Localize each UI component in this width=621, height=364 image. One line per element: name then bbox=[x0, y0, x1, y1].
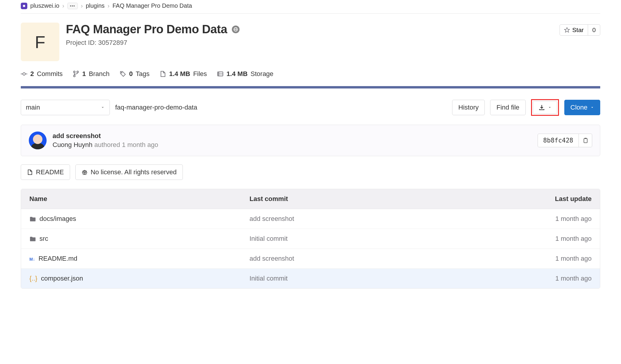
table-row[interactable]: docs/imagesadd screenshot1 month ago bbox=[21, 209, 600, 229]
repo-path[interactable]: faq-manager-pro-demo-data bbox=[115, 104, 197, 111]
file-update: 1 month ago bbox=[433, 229, 600, 249]
stat-tags[interactable]: 0 Tags bbox=[120, 70, 150, 78]
find-file-button[interactable]: Find file bbox=[490, 100, 525, 115]
commit-title[interactable]: add screenshot bbox=[53, 132, 158, 140]
file-commit[interactable]: Initial commit bbox=[241, 229, 433, 249]
stat-commits[interactable]: 2 Commits bbox=[21, 70, 63, 78]
tag-icon bbox=[120, 71, 126, 77]
project-avatar: F bbox=[21, 23, 59, 61]
svg-point-9 bbox=[77, 71, 79, 73]
stat-tags-label: Tags bbox=[136, 70, 149, 78]
json-icon: {..} bbox=[29, 275, 37, 282]
clone-button[interactable]: Clone bbox=[564, 100, 600, 115]
readme-button[interactable]: README bbox=[21, 164, 70, 180]
project-stats: 2 Commits 1 Branch 0 Tags 1.4 MB Files 1… bbox=[21, 70, 600, 78]
folder-icon bbox=[29, 235, 36, 243]
copy-sha-button[interactable] bbox=[579, 134, 592, 147]
download-highlight bbox=[531, 99, 559, 116]
breadcrumb-org[interactable]: pluszwei.io bbox=[30, 2, 59, 9]
license-button[interactable]: No license. All rights reserved bbox=[75, 164, 183, 180]
file-name-text: README.md bbox=[39, 255, 77, 262]
download-button[interactable] bbox=[533, 101, 557, 114]
table-row[interactable]: srcInitial commit1 month ago bbox=[21, 229, 600, 249]
commit-time: 1 month ago bbox=[122, 141, 158, 148]
file-icon bbox=[27, 169, 33, 175]
star-button[interactable]: Star bbox=[560, 24, 588, 36]
stat-storage-label: Storage bbox=[251, 70, 273, 78]
commit-author[interactable]: Cuong Huynh bbox=[53, 141, 93, 148]
divider bbox=[21, 13, 600, 14]
svg-point-0 bbox=[23, 5, 25, 7]
breadcrumb-project[interactable]: FAQ Manager Pro Demo Data bbox=[113, 2, 192, 9]
svg-point-15 bbox=[218, 75, 219, 75]
file-commit[interactable]: add screenshot bbox=[241, 209, 433, 229]
clipboard-icon bbox=[582, 137, 588, 143]
star-count[interactable]: 0 bbox=[588, 24, 600, 36]
file-name[interactable]: {..}composer.json bbox=[29, 275, 83, 282]
controls-row: main faq-manager-pro-demo-data History F… bbox=[21, 99, 600, 116]
history-button[interactable]: History bbox=[452, 100, 485, 115]
branch-selector[interactable]: main bbox=[21, 100, 110, 115]
org-icon bbox=[21, 3, 27, 9]
chevron-down-icon bbox=[101, 105, 105, 110]
svg-marker-4 bbox=[564, 28, 569, 32]
breadcrumb-group[interactable]: plugins bbox=[86, 2, 104, 9]
language-bar bbox=[21, 86, 600, 88]
file-name-text: composer.json bbox=[41, 275, 83, 282]
stat-commits-count: 2 bbox=[30, 70, 34, 78]
clone-label: Clone bbox=[571, 104, 587, 111]
svg-point-5 bbox=[23, 73, 25, 75]
col-update: Last update bbox=[433, 189, 600, 209]
table-row[interactable]: M↓README.mdadd screenshot1 month ago bbox=[21, 249, 600, 269]
commit-sha[interactable]: 8b8fc428 bbox=[538, 134, 579, 147]
commit-byline: Cuong Huynh authored 1 month ago bbox=[53, 141, 158, 149]
stat-storage[interactable]: 1.4 MB Storage bbox=[217, 70, 273, 78]
avatar[interactable] bbox=[29, 132, 47, 149]
file-name[interactable]: src bbox=[29, 235, 48, 243]
star-label: Star bbox=[572, 26, 584, 34]
authored-word: authored bbox=[94, 141, 120, 148]
file-commit[interactable]: Initial commit bbox=[241, 269, 433, 288]
folder-icon bbox=[29, 215, 36, 223]
license-label: No license. All rights reserved bbox=[91, 168, 177, 176]
star-icon bbox=[564, 27, 570, 33]
file-tree-table: Name Last commit Last update docs/images… bbox=[21, 189, 600, 289]
file-name[interactable]: M↓README.md bbox=[29, 255, 77, 262]
col-commit: Last commit bbox=[241, 189, 433, 209]
chevron-down-icon bbox=[590, 106, 594, 109]
readme-label: README bbox=[36, 168, 64, 176]
file-update: 1 month ago bbox=[433, 209, 600, 229]
stat-storage-size: 1.4 MB bbox=[226, 70, 248, 78]
chevron-down-icon bbox=[548, 106, 552, 109]
stat-commits-label: Commits bbox=[37, 70, 63, 78]
file-icon bbox=[160, 71, 166, 77]
stat-files[interactable]: 1.4 MB Files bbox=[160, 70, 207, 78]
star-group: Star 0 bbox=[560, 24, 600, 36]
stat-branches-label: Branch bbox=[89, 70, 110, 78]
file-name[interactable]: docs/images bbox=[29, 215, 76, 223]
globe-icon bbox=[232, 26, 240, 33]
chevron-right-icon: › bbox=[81, 2, 83, 9]
svg-rect-16 bbox=[584, 139, 587, 143]
page-title: FAQ Manager Pro Demo Data bbox=[66, 23, 227, 36]
svg-point-10 bbox=[74, 75, 75, 77]
branch-name: main bbox=[26, 104, 40, 111]
file-update: 1 month ago bbox=[433, 269, 600, 288]
stat-tags-count: 0 bbox=[129, 70, 133, 78]
file-name-text: src bbox=[39, 235, 48, 243]
branch-icon bbox=[73, 71, 79, 77]
stat-branches[interactable]: 1 Branch bbox=[73, 70, 110, 78]
chevron-right-icon: › bbox=[107, 2, 110, 9]
col-name: Name bbox=[21, 189, 241, 209]
stat-files-size: 1.4 MB bbox=[169, 70, 190, 78]
stat-files-label: Files bbox=[193, 70, 207, 78]
table-row[interactable]: {..}composer.jsonInitial commit1 month a… bbox=[21, 269, 600, 288]
chevron-right-icon: › bbox=[62, 2, 64, 9]
svg-point-14 bbox=[218, 73, 219, 73]
file-commit[interactable]: add screenshot bbox=[241, 249, 433, 269]
scale-icon bbox=[82, 169, 88, 175]
project-id: Project ID: 30572897 bbox=[66, 39, 553, 47]
commit-icon bbox=[21, 71, 27, 77]
breadcrumb-ellipsis[interactable]: ••• bbox=[67, 3, 78, 9]
stat-branches-count: 1 bbox=[82, 70, 86, 78]
